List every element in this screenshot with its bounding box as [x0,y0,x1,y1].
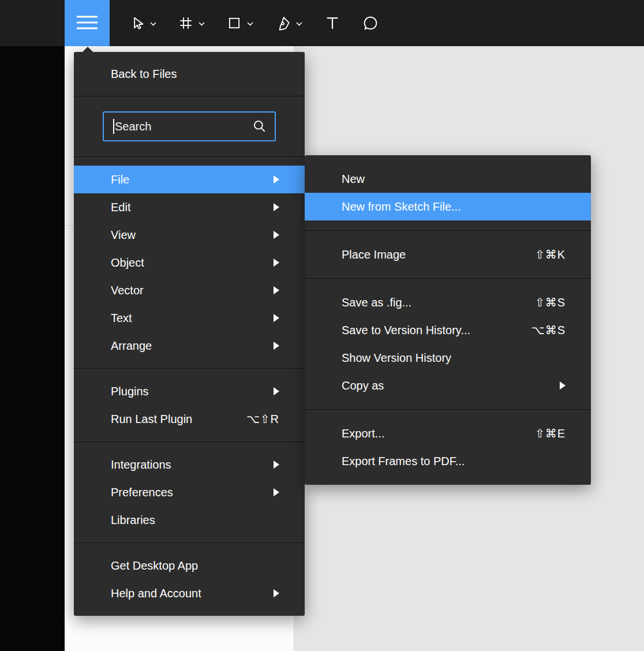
menu-item-plugins[interactable]: Plugins [74,377,305,405]
menu-item-vector[interactable]: Vector [74,276,305,304]
keyboard-shortcut: ⌥⇧R [246,412,279,426]
text-caret [113,119,114,134]
submenu-arrow-icon [274,589,279,597]
chevron-down-icon[interactable] [247,22,253,26]
menu-item-file[interactable]: File [74,166,305,193]
search-icon [253,119,267,133]
submenu-item-place-image[interactable]: Place Image ⇧⌘K [305,241,591,268]
chevron-down-icon[interactable] [199,22,205,26]
submenu-arrow-icon [274,387,279,395]
text-tool-icon [324,15,340,31]
submenu-arrow-icon [274,488,279,496]
toolbar-spacer [0,0,65,46]
submenu-item-new[interactable]: New [305,165,591,193]
frame-tool-button[interactable] [167,0,216,46]
submenu-item-new-from-sketch-file[interactable]: New from Sketch File... [305,193,591,220]
menu-item-arrange[interactable]: Arrange [74,332,305,360]
menu-item-view[interactable]: View [74,221,305,249]
submenu-item-export[interactable]: Export... ⇧⌘E [305,420,591,447]
main-menu-button[interactable] [65,0,110,46]
menu-item-get-desktop-app[interactable]: Get Desktop App [74,552,305,579]
file-submenu: New New from Sketch File... Place Image … [305,155,591,485]
search-box[interactable] [103,111,276,141]
menu-item-object[interactable]: Object [74,249,305,276]
menu-item-edit[interactable]: Edit [74,193,305,221]
hamburger-icon [77,15,98,32]
submenu-item-show-version-history[interactable]: Show Version History [305,344,591,372]
menu-item-libraries[interactable]: Libraries [74,506,305,534]
submenu-arrow-icon [274,203,279,211]
menu-item-integrations[interactable]: Integrations [74,451,305,478]
submenu-arrow-icon [560,381,566,390]
comment-bubble-icon [362,15,379,31]
menu-item-run-last-plugin[interactable]: Run Last Plugin ⌥⇧R [74,405,305,433]
submenu-item-save-as-fig[interactable]: Save as .fig... ⇧⌘S [305,289,591,316]
main-menu: Back to Files File Edit View [74,52,305,616]
chevron-down-icon[interactable] [296,22,302,26]
submenu-arrow-icon [274,461,279,469]
comment-tool-button[interactable] [351,0,390,46]
menu-item-preferences[interactable]: Preferences [74,478,305,506]
shape-tool-button[interactable] [216,0,264,46]
pen-icon [275,16,291,31]
menu-item-text[interactable]: Text [74,304,305,332]
submenu-arrow-icon [274,342,279,350]
tool-group [110,0,390,46]
left-black-strip [0,0,65,651]
submenu-arrow-icon [274,231,279,239]
keyboard-shortcut: ⇧⌘S [535,295,566,309]
keyboard-shortcut: ⇧⌘K [535,248,566,261]
move-cursor-icon [130,16,145,31]
pen-tool-button[interactable] [264,0,313,46]
move-tool-button[interactable] [119,0,167,46]
menu-item-back-to-files[interactable]: Back to Files [74,60,305,88]
chevron-down-icon[interactable] [150,22,156,26]
keyboard-shortcut: ⇧⌘E [535,426,566,440]
submenu-item-save-to-version-history[interactable]: Save to Version History... ⌥⌘S [305,316,591,344]
keyboard-shortcut: ⌥⌘S [531,323,566,337]
menu-item-help-and-account[interactable]: Help and Account [74,579,305,607]
submenu-arrow-icon [274,286,279,294]
submenu-arrow-icon [274,175,279,184]
rectangle-icon [227,16,242,31]
search-input[interactable] [115,120,248,133]
frame-icon [178,16,193,31]
submenu-arrow-icon [274,259,279,267]
toolbar [0,0,644,46]
submenu-arrow-icon [274,314,279,322]
submenu-item-export-frames-to-pdf[interactable]: Export Frames to PDF... [305,447,591,475]
submenu-item-copy-as[interactable]: Copy as [305,372,591,399]
menu-item-label: Back to Files [111,68,279,81]
text-tool-button[interactable] [313,0,351,46]
